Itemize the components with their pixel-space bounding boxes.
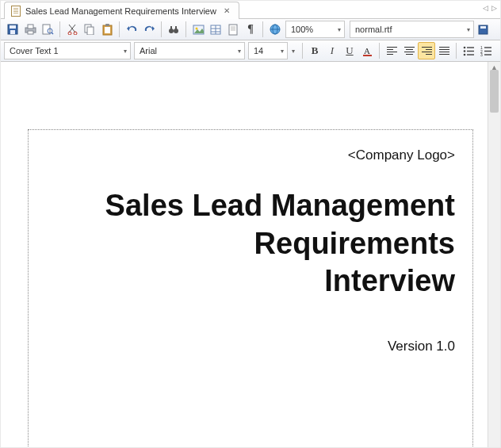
document-workspace: <Company Logo> Sales Lead Management Req… — [1, 62, 500, 447]
italic-button[interactable]: I — [323, 42, 341, 59]
save-template-button[interactable] — [474, 21, 491, 38]
zoom-field[interactable]: 100% ▾ — [285, 21, 345, 38]
save-button[interactable] — [4, 21, 21, 38]
font-size-value: 14 — [254, 46, 263, 56]
underline-icon: U — [346, 44, 353, 57]
svg-rect-16 — [105, 27, 110, 33]
bold-icon: B — [312, 44, 319, 57]
align-right-button[interactable] — [418, 42, 435, 59]
numbered-list-icon: 123 — [480, 46, 491, 56]
dropdown-icon: ▾ — [277, 48, 284, 55]
italic-icon: I — [331, 44, 334, 57]
document-title[interactable]: Sales Lead Management Requirements Inter… — [71, 187, 455, 301]
copy-button[interactable] — [81, 21, 98, 38]
cut-button[interactable] — [63, 21, 81, 38]
font-name: Arial — [140, 46, 157, 56]
document-page: <Company Logo> Sales Lead Management Req… — [28, 129, 473, 447]
tab-title: Sales Lead Management Requirements Inter… — [25, 6, 216, 16]
svg-rect-20 — [170, 26, 172, 29]
vertical-scrollbar[interactable]: ▲ — [488, 62, 500, 447]
globe-icon — [270, 24, 281, 35]
undo-button[interactable] — [123, 21, 140, 38]
printer-icon — [25, 24, 36, 35]
document-tab[interactable]: Sales Lead Management Requirements Inter… — [4, 2, 239, 19]
style-field[interactable]: Cover Text 1 ▾ — [4, 42, 131, 59]
scrollbar-thumb[interactable] — [490, 70, 499, 113]
svg-rect-42 — [467, 50, 474, 51]
paste-button[interactable] — [98, 21, 116, 38]
align-justify-icon — [439, 47, 449, 56]
undo-icon — [126, 25, 138, 34]
svg-rect-46 — [484, 50, 491, 51]
align-left-button[interactable] — [383, 42, 400, 59]
page-surface[interactable]: <Company Logo> Sales Lead Management Req… — [1, 62, 488, 447]
tab-prev-icon[interactable]: ◁ — [483, 4, 488, 12]
title-line-3: Interview — [324, 264, 455, 297]
svg-rect-44 — [467, 54, 474, 55]
table-icon — [210, 25, 221, 35]
insert-image-button[interactable] — [189, 21, 207, 38]
align-center-icon — [404, 47, 415, 56]
dropdown-icon: ▾ — [235, 48, 241, 55]
svg-rect-21 — [175, 26, 177, 29]
print-button[interactable] — [21, 21, 39, 38]
chevron-down-icon: ▾ — [292, 48, 295, 55]
clipboard-icon — [102, 24, 113, 36]
copy-icon — [84, 24, 95, 35]
svg-rect-14 — [87, 27, 94, 35]
scissors-icon — [67, 24, 78, 35]
svg-rect-47 — [484, 54, 491, 55]
underline-button[interactable]: U — [341, 42, 358, 59]
zoom-value: 100% — [291, 25, 313, 34]
insert-table-button[interactable] — [207, 21, 224, 38]
align-justify-button[interactable] — [435, 42, 453, 59]
svg-rect-1 — [10, 25, 16, 29]
document-version[interactable]: Version 1.0 — [71, 339, 455, 354]
svg-rect-40 — [467, 47, 474, 48]
web-preview-button[interactable] — [266, 21, 284, 38]
tab-next-icon[interactable]: ▷ — [491, 4, 497, 12]
tab-strip: Sales Lead Management Requirements Inter… — [1, 1, 500, 19]
insert-page-button[interactable] — [224, 21, 242, 38]
svg-rect-45 — [484, 47, 491, 48]
align-center-button[interactable] — [400, 42, 418, 59]
document-icon — [11, 6, 21, 17]
bullet-list-button[interactable] — [460, 42, 477, 59]
company-logo-placeholder[interactable]: <Company Logo> — [71, 147, 455, 163]
font-field[interactable]: Arial ▾ — [134, 42, 245, 59]
svg-text:A: A — [364, 46, 370, 56]
numbered-list-button[interactable]: 123 — [477, 42, 495, 59]
bullet-list-icon — [463, 46, 474, 56]
font-size-field[interactable]: 14 ▾ — [248, 42, 288, 59]
font-size-more[interactable]: ▾ — [288, 42, 299, 59]
svg-rect-17 — [105, 24, 109, 26]
align-left-icon — [387, 47, 397, 56]
page-magnifier-icon — [42, 24, 54, 35]
svg-point-11 — [68, 32, 71, 35]
redo-button[interactable] — [140, 21, 158, 38]
find-button[interactable] — [165, 21, 182, 38]
dropdown-icon: ▾ — [464, 26, 470, 33]
show-marks-button[interactable]: ¶ — [242, 21, 259, 38]
svg-line-8 — [52, 33, 53, 34]
format-toolbar: Cover Text 1 ▾ Arial ▾ 14 ▾ ▾ B I U A 12… — [1, 40, 500, 62]
title-line-1: Sales Lead Management — [105, 189, 455, 222]
font-color-button[interactable]: A — [358, 42, 376, 59]
close-tab-icon[interactable]: ✕ — [221, 6, 232, 17]
template-field[interactable]: normal.rtf ▾ — [350, 21, 474, 38]
main-toolbar: ¶ 100% ▾ normal.rtf ▾ — [1, 19, 500, 40]
tab-nav-arrows: ◁ ▷ — [483, 4, 497, 12]
svg-text:3: 3 — [480, 52, 483, 56]
svg-rect-4 — [28, 25, 33, 29]
dropdown-icon: ▾ — [335, 26, 341, 33]
dropdown-icon: ▾ — [120, 48, 127, 55]
bold-button[interactable]: B — [306, 42, 323, 59]
small-floppy-icon — [478, 25, 488, 35]
print-preview-button[interactable] — [39, 21, 56, 38]
image-icon — [193, 25, 205, 35]
svg-rect-38 — [363, 55, 372, 56]
pilcrow-icon: ¶ — [247, 23, 254, 36]
redo-icon — [143, 25, 155, 34]
align-right-icon — [422, 47, 432, 56]
floppy-icon — [7, 24, 18, 35]
